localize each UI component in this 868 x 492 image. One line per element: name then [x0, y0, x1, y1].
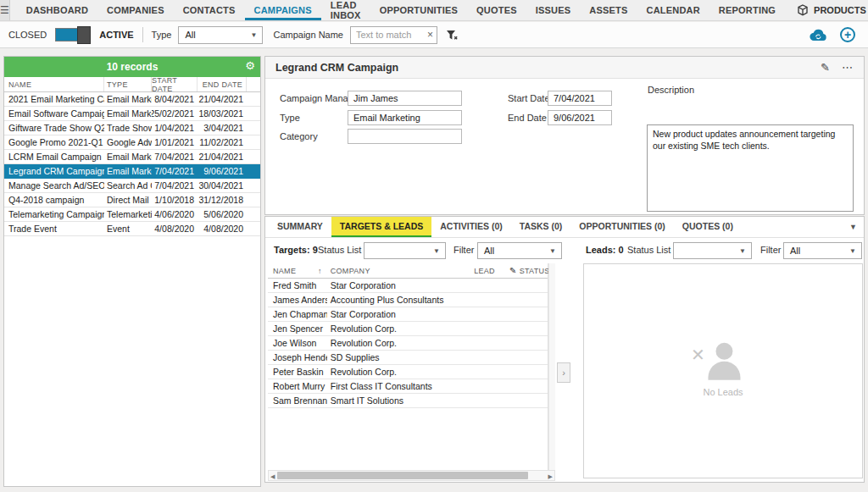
scroll-right-icon[interactable]: ▶: [548, 472, 553, 481]
campaign-name-input[interactable]: [351, 27, 437, 43]
edit-icon[interactable]: ✎: [821, 62, 830, 73]
nav-item-calendar[interactable]: CALENDAR: [637, 0, 709, 20]
targets-table: NAME↑ COMPANY LEAD ✎STATUS Fred SmithSta…: [268, 263, 548, 472]
more-options-icon[interactable]: ⋯: [842, 62, 854, 73]
tab-quotes[interactable]: QUOTES (0): [674, 217, 742, 237]
campaign-manager-field[interactable]: Jim James: [348, 91, 462, 106]
clear-search-icon[interactable]: ×: [427, 29, 433, 41]
sort-asc-icon: ↑: [318, 267, 322, 275]
nav-item-dashboard[interactable]: DASHBOARD: [17, 0, 97, 20]
nav-item-contacts[interactable]: CONTACTS: [174, 0, 245, 20]
filter-toolbar: CLOSED ACTIVE Type All ▼ Campaign Name ×…: [0, 22, 868, 48]
add-campaign-button[interactable]: +: [840, 27, 855, 42]
clear-filter-icon[interactable]: [446, 30, 459, 41]
table-row[interactable]: Q4-2018 campaignDirect Mail1/10/201831/1…: [4, 193, 260, 207]
target-row[interactable]: Robert MurryFirst Class IT Consultants: [268, 379, 548, 394]
targets-filter-dropdown[interactable]: All▼: [477, 242, 562, 259]
menu-button[interactable]: ☰: [0, 0, 10, 20]
campaign-name-label: Campaign Name: [273, 30, 343, 40]
target-row[interactable]: Joseph HendersonSD Supplies: [268, 351, 548, 365]
tab-targets-leads[interactable]: TARGETS & LEADS: [331, 217, 431, 237]
start-date-field[interactable]: 7/04/2021: [548, 91, 612, 106]
products-button[interactable]: PRODUCTS: [785, 0, 868, 20]
gear-icon[interactable]: ⚙: [245, 60, 255, 71]
target-row[interactable]: Peter BaskinRevolution Corp.: [268, 365, 548, 379]
col-header-end-date[interactable]: END DATE: [198, 77, 247, 91]
x-mark-icon: ✕: [691, 345, 705, 365]
targets-horizontal-scrollbar[interactable]: ◀ ▶: [268, 470, 555, 481]
table-row[interactable]: Google Promo 2021-Q1Google Adwords1/01/2…: [4, 135, 260, 150]
table-row[interactable]: Trade EventEvent4/08/20204/08/2020: [4, 222, 260, 236]
targets-col-status[interactable]: ✎STATUS: [508, 263, 548, 278]
type-field[interactable]: Email Marketing: [348, 110, 462, 125]
chevron-down-icon: ▼: [433, 247, 440, 255]
targets-vertical-scrollbar[interactable]: [548, 263, 555, 472]
scroll-left-icon[interactable]: ◀: [270, 472, 275, 481]
tab-summary[interactable]: SUMMARY: [269, 217, 331, 237]
col-header-start-date[interactable]: START DATE: [152, 77, 198, 91]
nav-item-campaigns[interactable]: CAMPAIGNS: [245, 0, 321, 20]
target-row[interactable]: Fred SmithStar Corporation: [268, 279, 548, 293]
closed-active-toggle[interactable]: [55, 28, 91, 41]
leads-status-list-label: Status List: [627, 245, 670, 255]
no-leads-text: No Leads: [703, 387, 743, 397]
nav-item-companies[interactable]: COMPANIES: [97, 0, 174, 20]
records-count-header: 10 records ⚙: [4, 57, 260, 77]
nav-item-lead-inbox[interactable]: LEAD INBOX: [321, 0, 370, 20]
cloud-sync-icon[interactable]: [810, 29, 827, 41]
table-row[interactable]: Email Software CampaignEmail Marketing25…: [4, 107, 260, 121]
nav-item-reporting[interactable]: REPORTING: [709, 0, 785, 20]
detail-body: Campaign Manager Jim James Type Email Ma…: [265, 79, 864, 215]
end-date-field[interactable]: 9/06/2021: [548, 110, 612, 125]
table-row[interactable]: LCRM Email CampaignEmail Marketing7/04/2…: [4, 150, 260, 164]
leads-filter-dropdown[interactable]: All▼: [783, 242, 862, 259]
toggle-knob[interactable]: [77, 26, 91, 44]
start-date-label: Start Date: [508, 93, 550, 103]
top-navbar: ☰ DASHBOARD COMPANIES CONTACTS CAMPAIGNS…: [0, 0, 868, 21]
targets-col-lead[interactable]: LEAD: [472, 263, 508, 278]
table-row[interactable]: Giftware Trade Show Q2-2021Trade Show1/0…: [4, 121, 260, 135]
target-row[interactable]: Jen ChapmanStar Corporation: [268, 307, 548, 322]
table-row-selected[interactable]: Legrand CRM CampaignEmail Marketing7/04/…: [4, 164, 260, 179]
targets-status-list-dropdown[interactable]: ▼: [364, 242, 446, 259]
type-dropdown[interactable]: All ▼: [178, 26, 263, 44]
leads-panel: ✕ No Leads: [583, 263, 863, 478]
target-row[interactable]: Joe WilsonRevolution Corp.: [268, 336, 548, 351]
tab-tasks[interactable]: TASKS (0): [511, 217, 571, 237]
tabs-overflow-icon[interactable]: ▼: [849, 223, 857, 231]
target-row[interactable]: Sam BrennanSmart IT Solutions: [268, 394, 548, 408]
scrollbar-thumb[interactable]: [277, 472, 528, 479]
targets-filter-label: Filter: [453, 245, 474, 255]
targets-col-name[interactable]: NAME↑: [268, 263, 327, 278]
target-row[interactable]: Jen SpencerRevolution Corp.: [268, 322, 548, 336]
table-row[interactable]: Manage Search Ad/SEO leadsSearch Ad Camp…: [4, 179, 260, 193]
leads-status-list-dropdown[interactable]: ▼: [673, 242, 752, 259]
type-dropdown-value: All: [185, 30, 195, 40]
nav-item-assets[interactable]: ASSETS: [580, 0, 637, 20]
chevron-down-icon: ▼: [251, 31, 258, 39]
table-row[interactable]: Telemarketing CampaignTelemarketing4/06/…: [4, 207, 260, 222]
chevron-down-icon: ▼: [739, 247, 746, 255]
main-nav: DASHBOARD COMPANIES CONTACTS CAMPAIGNS L…: [17, 0, 785, 20]
tab-activities[interactable]: ACTIVITIES (0): [431, 217, 511, 237]
page-title: Legrand CRM Campaign: [265, 62, 398, 74]
targets-col-company[interactable]: COMPANY: [327, 263, 472, 278]
nav-item-issues[interactable]: ISSUES: [526, 0, 581, 20]
category-field[interactable]: [348, 129, 462, 144]
leads-count: Leads: 0: [586, 245, 624, 255]
detail-tabs: SUMMARY TARGETS & LEADS ACTIVITIES (0) T…: [265, 217, 864, 238]
target-row[interactable]: James AndersonAccounting Plus Consultant…: [268, 293, 548, 307]
campaign-sub-panel: SUMMARY TARGETS & LEADS ACTIVITIES (0) T…: [264, 216, 865, 483]
table-row[interactable]: 2021 Email Marketing CampaignEmail Marke…: [4, 92, 260, 107]
nav-item-opportunities[interactable]: OPPORTUNITIES: [370, 0, 467, 20]
description-textarea[interactable]: New product updates announcement targeti…: [647, 124, 854, 212]
description-label: Description: [648, 85, 694, 95]
move-to-leads-button[interactable]: ›: [557, 362, 570, 383]
tab-opportunities[interactable]: OPPORTUNITIES (0): [570, 217, 674, 237]
edit-status-icon[interactable]: ✎: [509, 266, 517, 275]
records-table-header: NAME TYPE START DATE END DATE: [4, 77, 260, 92]
col-header-name[interactable]: NAME: [4, 77, 104, 91]
products-cube-icon: [797, 4, 809, 16]
nav-item-quotes[interactable]: QUOTES: [467, 0, 526, 20]
col-header-type[interactable]: TYPE: [104, 77, 152, 91]
